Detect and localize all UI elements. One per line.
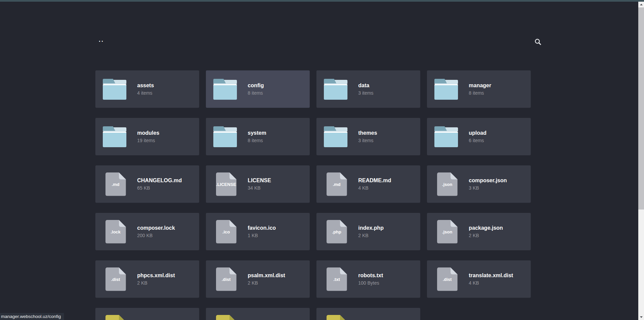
grid-item[interactable]: .json composer.json 3 KB — [427, 165, 531, 203]
grid-item[interactable]: .ico favicon.ico 1 KB — [206, 213, 310, 250]
grid-item[interactable]: manager 8 items — [427, 70, 531, 108]
item-labels: favicon.ico 1 KB — [248, 225, 276, 238]
item-labels: composer.json 3 KB — [469, 177, 507, 191]
scroll-up-icon — [640, 4, 643, 5]
scrollbar-thumb[interactable] — [638, 7, 644, 210]
page-fold-corner — [119, 267, 126, 275]
grid-item[interactable]: data 3 items — [316, 70, 420, 108]
folder-icon — [213, 126, 237, 147]
item-icon-box — [213, 79, 239, 100]
item-labels: themes 3 items — [358, 130, 377, 143]
grid-item[interactable]: .json package.json 2 KB — [427, 213, 531, 250]
item-icon-box: .md — [324, 172, 349, 196]
page-fold-corner — [340, 315, 347, 320]
page-fold-corner — [451, 220, 458, 227]
item-icon-box — [324, 126, 349, 147]
grid-item[interactable] — [316, 308, 420, 320]
grid-item[interactable]: upload 6 items — [427, 118, 531, 155]
file-icon: .json — [437, 172, 458, 196]
file-extension-label: .txt — [327, 277, 347, 282]
grid-item[interactable]: .php index.php 2 KB — [316, 213, 420, 250]
grid-item[interactable]: .dist translate.xml.dist 4 KB — [427, 260, 531, 298]
item-name: assets — [137, 82, 154, 89]
page-fold-corner — [340, 172, 347, 180]
file-grid: assets 4 items config 8 items — [95, 70, 531, 320]
file-icon: .dist — [105, 267, 126, 291]
item-icon-box — [324, 79, 349, 100]
page-fold-corner — [119, 220, 126, 227]
grid-item[interactable]: .dist psalm.xml.dist 2 KB — [206, 260, 310, 298]
item-name: composer.lock — [137, 225, 175, 231]
item-meta: 4 KB — [469, 280, 513, 286]
grid-item[interactable]: .LICENSE LICENSE 34 KB — [206, 165, 310, 203]
status-url: manager.webschool.uz/config — [1, 314, 61, 319]
item-labels: index.php 2 KB — [358, 225, 384, 238]
grid-item[interactable]: config 8 items — [206, 70, 310, 108]
folder-icon — [213, 79, 237, 100]
file-extension-label: .LICENSE — [216, 182, 237, 187]
item-name: favicon.ico — [248, 225, 276, 231]
item-labels: robots.txt 100 Bytes — [358, 272, 383, 286]
item-icon-box — [213, 315, 239, 320]
item-labels: manager 8 items — [469, 82, 491, 96]
file-extension-label: .ico — [216, 229, 237, 234]
search-icon — [534, 38, 542, 46]
file-icon: .php — [327, 220, 347, 244]
item-name: manager — [469, 82, 491, 89]
grid-item[interactable]: .lock composer.lock 200 KB — [95, 213, 199, 250]
item-meta: 34 KB — [248, 185, 271, 191]
page-fold-corner — [229, 220, 237, 227]
item-meta: 6 items — [469, 138, 486, 143]
item-labels: README.md 4 KB — [358, 177, 391, 191]
item-name: composer.json — [469, 177, 507, 184]
item-name: config — [248, 82, 264, 89]
item-labels: psalm.xml.dist 2 KB — [248, 272, 285, 286]
grid-item[interactable]: system 8 items — [206, 118, 310, 155]
item-meta: 8 items — [248, 90, 264, 96]
grid-item[interactable]: assets 4 items — [95, 70, 199, 108]
scrollbar-down-button[interactable] — [638, 314, 644, 320]
item-icon-box: .json — [434, 220, 460, 244]
grid-item[interactable] — [95, 308, 199, 320]
file-icon: .md — [105, 172, 126, 196]
grid-item[interactable]: .txt robots.txt 100 Bytes — [316, 260, 420, 298]
folder-icon — [103, 126, 126, 147]
file-icon: .dist — [216, 267, 237, 291]
grid-item[interactable]: .dist phpcs.xml.dist 2 KB — [95, 260, 199, 298]
scrollbar-up-button[interactable] — [638, 2, 644, 7]
item-labels: phpcs.xml.dist 2 KB — [137, 272, 175, 286]
item-labels: composer.lock 200 KB — [137, 225, 175, 238]
grid-item[interactable]: modules 19 items — [95, 118, 199, 155]
folder-icon — [103, 79, 126, 100]
item-meta: 19 items — [137, 138, 159, 143]
file-icon: .json — [437, 220, 458, 244]
item-meta: 1 KB — [248, 233, 276, 238]
item-icon-box: .lock — [103, 220, 128, 244]
grid-item[interactable]: .md CHANGELOG.md 65 KB — [95, 165, 199, 203]
item-meta: 2 KB — [469, 233, 503, 238]
file-extension-label: .dist — [216, 277, 237, 282]
item-meta: 65 KB — [137, 185, 182, 191]
file-icon — [216, 315, 237, 320]
vertical-scrollbar[interactable] — [638, 2, 644, 320]
item-labels: data 3 items — [358, 82, 373, 96]
item-name: modules — [137, 130, 159, 136]
grid-item[interactable]: .md README.md 4 KB — [316, 165, 420, 203]
grid-item[interactable] — [206, 308, 310, 320]
grid-item[interactable]: themes 3 items — [316, 118, 420, 155]
scroll-down-icon — [640, 316, 643, 318]
file-icon — [327, 315, 347, 320]
item-labels: translate.xml.dist 4 KB — [469, 272, 513, 286]
file-extension-label: .lock — [105, 229, 126, 234]
item-icon-box — [434, 126, 460, 147]
item-meta: 4 items — [137, 90, 154, 96]
file-icon — [105, 315, 126, 320]
search-button[interactable] — [531, 35, 545, 49]
item-icon-box: .dist — [213, 267, 239, 291]
parent-directory-link[interactable]: .. — [99, 36, 104, 43]
file-icon: .dist — [437, 267, 458, 291]
item-icon-box — [103, 79, 128, 100]
item-name: system — [248, 130, 266, 136]
item-meta: 8 items — [469, 90, 491, 96]
item-meta: 3 items — [358, 138, 377, 143]
